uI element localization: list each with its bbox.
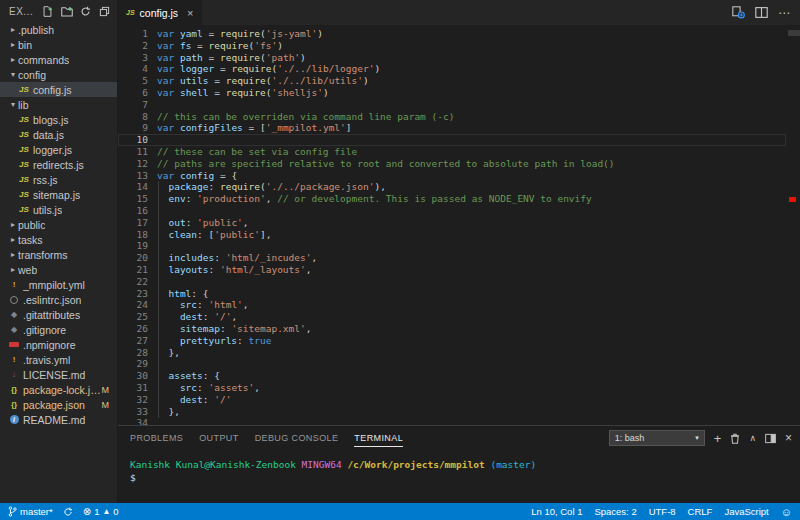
line-number: 8: [118, 111, 148, 123]
split-editor-icon[interactable]: [755, 6, 768, 19]
sync-status[interactable]: [63, 507, 73, 517]
code-line-25[interactable]: 25 dest: '/',: [118, 311, 786, 323]
file-row-config-js[interactable]: JSconfig.js: [0, 82, 117, 97]
file-row--eslintrc-json[interactable]: .eslintrc.json: [0, 292, 117, 307]
file-row-blogs-js[interactable]: JSblogs.js: [0, 112, 117, 127]
folder-row-config[interactable]: ▾config: [0, 67, 117, 82]
problems-status[interactable]: ⊗ 1 ▲ 0: [83, 506, 119, 517]
line-number: 25: [118, 311, 148, 323]
new-file-icon[interactable]: [41, 5, 54, 18]
folder-row-transforms[interactable]: ▸transforms: [0, 247, 117, 262]
code-line-33[interactable]: 33 },: [118, 406, 786, 418]
panel-controls: 1: bash ▾ + ∧ ×: [609, 430, 792, 446]
code-line-13[interactable]: 13var config = {: [118, 170, 786, 182]
line-number: 7: [118, 99, 148, 111]
code-line-14[interactable]: 14 package: require('./../package.json')…: [118, 181, 786, 193]
code-line-11[interactable]: 11// these can be set via config file: [118, 146, 786, 158]
file-row--mmpilot-yml[interactable]: !_mmpilot.yml: [0, 277, 117, 292]
more-actions-icon[interactable]: ⋯: [778, 6, 790, 20]
code-line-3[interactable]: 3var path = require('path'): [118, 52, 786, 64]
chevron-right-icon: ▸: [8, 265, 18, 274]
indentation-setting[interactable]: Spaces: 2: [594, 506, 636, 517]
file-row--travis-yml[interactable]: !.travis.yml: [0, 352, 117, 367]
panel-tab-terminal[interactable]: TERMINAL: [354, 429, 403, 447]
code-line-5[interactable]: 5var utils = require('./../lib/utils'): [118, 75, 786, 87]
folder-row--publish[interactable]: ▸.publish: [0, 22, 117, 37]
file-row-data-js[interactable]: JSdata.js: [0, 127, 117, 142]
split-terminal-icon[interactable]: [765, 433, 776, 444]
code-line-30[interactable]: 30 assets: {: [118, 370, 786, 382]
encoding-setting[interactable]: UTF-8: [649, 506, 676, 517]
folder-row-web[interactable]: ▸web: [0, 262, 117, 277]
close-tab-icon[interactable]: ×: [187, 7, 193, 19]
code-line-10[interactable]: 10: [118, 134, 786, 146]
code-line-18[interactable]: 18 clean: ['public'],: [118, 229, 786, 241]
feedback-smiley-icon[interactable]: ☺: [781, 506, 792, 518]
code-editor[interactable]: 1var yaml = require('js-yaml')2var fs = …: [118, 25, 800, 425]
js-icon: JS: [18, 85, 30, 94]
folder-row-bin[interactable]: ▸bin: [0, 37, 117, 52]
code-line-22[interactable]: 22: [118, 276, 786, 288]
terminal-output[interactable]: Kanishk Kunal@Kanishk-Zenbook MINGW64 /c…: [118, 450, 800, 503]
code-line-21[interactable]: 21 layouts: 'html/_layouts',: [118, 264, 786, 276]
file-row-package-lock-json[interactable]: {}package-lock.jsonM: [0, 382, 117, 397]
code-line-23[interactable]: 23 html: {: [118, 288, 786, 300]
code-line-2[interactable]: 2var fs = require('fs'): [118, 40, 786, 52]
close-panel-icon[interactable]: ×: [785, 431, 792, 445]
file-row-logger-js[interactable]: JSlogger.js: [0, 142, 117, 157]
collapse-folders-icon[interactable]: [98, 5, 111, 18]
language-mode[interactable]: JavaScript: [724, 506, 768, 517]
file-row--gitattributes[interactable]: ◆.gitattributes: [0, 307, 117, 322]
file-row-package-json[interactable]: {}package.jsonM: [0, 397, 117, 412]
file-row--npmignore[interactable]: .npmignore: [0, 337, 117, 352]
editor-scrollbar[interactable]: [788, 30, 800, 36]
code-line-9[interactable]: 9var configFiles = ['_mmpilot.yml']: [118, 122, 786, 134]
shell-selector[interactable]: 1: bash ▾: [609, 430, 705, 446]
kill-terminal-icon[interactable]: [730, 433, 740, 444]
refresh-explorer-icon[interactable]: [79, 5, 92, 18]
code-line-4[interactable]: 4var logger = require('./../lib/logger'): [118, 63, 786, 75]
file-row-license-md[interactable]: ↓LICENSE.md: [0, 367, 117, 382]
tab-config-js[interactable]: JS config.js ×: [118, 0, 202, 25]
eol-setting[interactable]: CRLF: [688, 506, 713, 517]
code-line-17[interactable]: 17 out: 'public',: [118, 217, 786, 229]
code-line-32[interactable]: 32 dest: '/': [118, 394, 786, 406]
code-line-28[interactable]: 28 },: [118, 347, 786, 359]
code-line-7[interactable]: 7: [118, 99, 786, 111]
file-row-utils-js[interactable]: JSutils.js: [0, 202, 117, 217]
code-line-8[interactable]: 8// this can be overriden via command li…: [118, 111, 786, 123]
code-line-16[interactable]: 16: [118, 205, 786, 217]
panel-tab-problems[interactable]: PROBLEMS: [130, 429, 183, 447]
code-line-1[interactable]: 1var yaml = require('js-yaml'): [118, 28, 786, 40]
code-line-29[interactable]: 29: [118, 358, 786, 370]
git-branch-status[interactable]: master*: [8, 506, 53, 517]
code-line-15[interactable]: 15 env: 'production', // or development.…: [118, 193, 786, 205]
code-line-6[interactable]: 6var shell = require('shelljs'): [118, 87, 786, 99]
maximize-panel-icon[interactable]: ∧: [749, 433, 756, 443]
code-line-27[interactable]: 27 prettyurls: true: [118, 335, 786, 347]
file-row-sitemap-js[interactable]: JSsitemap.js: [0, 187, 117, 202]
code-line-26[interactable]: 26 sitemap: 'sitemap.xml',: [118, 323, 786, 335]
folder-row-commands[interactable]: ▸commands: [0, 52, 117, 67]
file-row-readme-md[interactable]: iREADME.md: [0, 412, 117, 427]
panel-tab-output[interactable]: OUTPUT: [199, 429, 238, 447]
code-line-20[interactable]: 20 includes: 'html/_incudes',: [118, 252, 786, 264]
cursor-position[interactable]: Ln 10, Col 1: [531, 506, 582, 517]
new-folder-icon[interactable]: [60, 5, 73, 18]
code-line-31[interactable]: 31 src: 'assets',: [118, 382, 786, 394]
code-line-34[interactable]: 34: [118, 417, 786, 425]
file-row-redirects-js[interactable]: JSredirects.js: [0, 157, 117, 172]
code-line-24[interactable]: 24 src: 'html',: [118, 299, 786, 311]
code-line-19[interactable]: 19: [118, 240, 786, 252]
line-content: var utils = require('./../lib/utils'): [148, 75, 369, 87]
file-label: commands: [18, 54, 69, 66]
folder-row-tasks[interactable]: ▸tasks: [0, 232, 117, 247]
code-line-12[interactable]: 12// paths are specified relative to roo…: [118, 158, 786, 170]
panel-tab-debug-console[interactable]: DEBUG CONSOLE: [255, 429, 339, 447]
folder-row-lib[interactable]: ▾lib: [0, 97, 117, 112]
file-row-rss-js[interactable]: JSrss.js: [0, 172, 117, 187]
file-row--gitignore[interactable]: ◆.gitignore: [0, 322, 117, 337]
folder-row-public[interactable]: ▸public: [0, 217, 117, 232]
new-terminal-icon[interactable]: +: [714, 431, 722, 446]
open-changes-icon[interactable]: [732, 6, 745, 19]
